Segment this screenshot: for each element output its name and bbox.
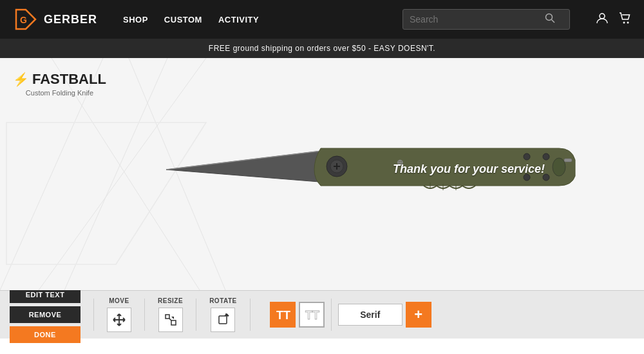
move-button[interactable]	[107, 308, 131, 332]
svg-point-5	[600, 14, 605, 19]
knife-container: ⊕ Thank you for your service!	[147, 102, 585, 246]
nav-shop[interactable]: SHOP	[123, 15, 148, 25]
text-outline-icon: TT	[303, 306, 320, 323]
plus-icon: +	[414, 306, 422, 323]
text-filled-button[interactable]: TT	[270, 302, 296, 328]
resize-icon	[164, 313, 178, 327]
toolbar: EDIT TEXT REMOVE DONE MOVE RESIZE ROTATE	[0, 290, 644, 339]
search-button[interactable]	[545, 13, 555, 26]
logo[interactable]: G GERBER	[13, 6, 97, 32]
header-icons	[596, 12, 631, 28]
svg-point-22	[524, 153, 530, 160]
nav-custom[interactable]: CUSTOM	[164, 15, 202, 25]
svg-point-6	[623, 21, 625, 23]
add-font-button[interactable]: +	[406, 302, 431, 328]
promo-banner: FREE ground shipping on orders over $50 …	[0, 39, 644, 58]
nav-activity[interactable]: ACTIVITY	[218, 15, 259, 25]
account-icon	[596, 12, 609, 25]
svg-rect-31	[219, 316, 227, 324]
search-container	[402, 9, 570, 30]
product-name: ⚡ FASTBALL	[13, 71, 106, 88]
search-input[interactable]	[410, 14, 545, 25]
main-header: G GERBER SHOP CUSTOM ACTIVITY	[0, 0, 644, 39]
text-filled-icon: TT	[274, 306, 291, 323]
svg-point-23	[543, 153, 549, 160]
toolbar-divider-1	[93, 299, 94, 331]
svg-text:G: G	[20, 15, 28, 25]
svg-text:TT: TT	[276, 309, 290, 322]
resize-button[interactable]	[158, 308, 183, 332]
svg-line-4	[552, 20, 555, 23]
rotate-label: ROTATE	[209, 297, 237, 304]
product-title-area: ⚡ FASTBALL Custom Folding Knife	[13, 71, 106, 97]
svg-marker-30	[171, 317, 174, 319]
resize-label: RESIZE	[158, 297, 183, 304]
move-icon	[112, 313, 126, 327]
toolbar-divider-5	[331, 299, 332, 331]
rotate-tool-group: ROTATE	[209, 297, 237, 332]
svg-line-29	[169, 319, 171, 320]
move-tool-group: MOVE	[107, 297, 131, 332]
cart-icon	[618, 12, 631, 25]
svg-point-3	[546, 14, 553, 21]
product-subtitle: Custom Folding Knife	[13, 89, 106, 97]
rotate-icon	[216, 313, 230, 327]
search-icon	[545, 13, 555, 23]
toolbar-left-buttons: EDIT TEXT REMOVE DONE	[10, 286, 80, 343]
product-name-text: FASTBALL	[32, 71, 106, 88]
main-content: ⚡ FASTBALL Custom Folding Knife	[0, 58, 644, 290]
lightning-icon: ⚡	[13, 72, 29, 87]
svg-rect-27	[564, 159, 572, 162]
text-outline-button[interactable]: TT	[299, 302, 325, 328]
toolbar-divider-3	[196, 299, 196, 331]
svg-marker-32	[224, 313, 229, 316]
done-button[interactable]: DONE	[10, 326, 80, 343]
svg-text:TT: TT	[305, 309, 319, 322]
font-selector[interactable]: Serif	[338, 304, 402, 326]
move-label: MOVE	[109, 297, 129, 304]
svg-text:Thank you for your service!: Thank you for your service!	[393, 162, 545, 175]
toolbar-divider-4	[250, 299, 251, 331]
text-style-group: TT TT Serif +	[270, 299, 431, 331]
banner-text: FREE ground shipping on orders over $50 …	[209, 44, 435, 53]
rotate-button[interactable]	[211, 308, 235, 332]
main-nav: SHOP CUSTOM ACTIVITY	[123, 15, 259, 25]
svg-point-7	[627, 21, 629, 23]
toolbar-divider-2	[144, 299, 145, 331]
logo-text: GERBER	[44, 13, 97, 26]
cart-button[interactable]	[618, 12, 631, 28]
svg-point-26	[553, 158, 565, 176]
knife-image: ⊕ Thank you for your service!	[147, 102, 585, 244]
resize-tool-group: RESIZE	[158, 297, 183, 332]
remove-button[interactable]: REMOVE	[10, 306, 80, 323]
account-button[interactable]	[596, 12, 609, 28]
